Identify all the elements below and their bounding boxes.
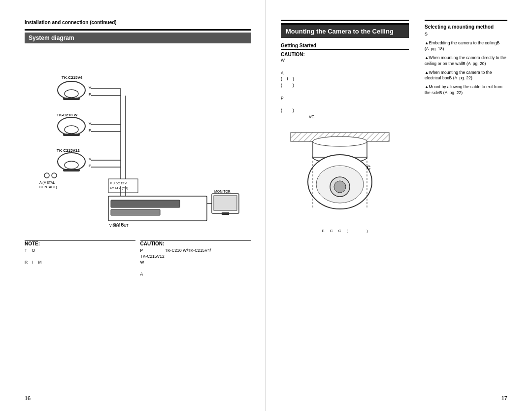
svg-rect-29 — [108, 179, 138, 193]
contact1 — [44, 173, 49, 178]
caution-title: CAUTION: — [140, 241, 251, 246]
right-right-col: Selecting a mounting method S ▲Embedding… — [419, 20, 507, 233]
svg-rect-22 — [111, 200, 180, 207]
caution-content: P TK-C210 W/TK-C215V4/ TK-C215V12 W A — [140, 248, 251, 277]
caution-section: CAUTION: W A ( I ) ( ) P ( ) VC — [281, 49, 409, 120]
right-section-title: Mounting the Camera to the Ceiling — [281, 23, 409, 38]
svg-text:C: C — [367, 165, 370, 171]
svg-text:TK-C210 W: TK-C210 W — [57, 113, 78, 117]
svg-text:CONTACT): CONTACT) — [39, 185, 57, 189]
method-1: ▲Embedding the camera to the ceilingB(A … — [425, 40, 507, 52]
left-page-header: Installation and connection (continued) — [25, 20, 251, 25]
method-3: ▲When mounting the camera to theelectric… — [425, 70, 507, 82]
svg-point-40 — [313, 137, 367, 146]
method-4: ▲Mount by allowing the cable to exit fro… — [425, 84, 507, 96]
right-caution-text: W A ( I ) ( ) P ( ) VC — [281, 57, 409, 120]
system-diagram: TK-C215V4 V P TK-C210 W V P TK-C215V12 — [25, 48, 251, 236]
right-left-col: Mounting the Camera to the Ceiling Getti… — [281, 20, 409, 233]
selecting-title: Selecting a mounting method — [425, 24, 507, 30]
page-number-left: 16 — [25, 395, 31, 401]
caution-box: CAUTION: P TK-C210 W/TK-C215V4/ TK-C215V… — [140, 240, 251, 277]
cam1-model: TK-C215V4 — [62, 75, 83, 80]
svg-rect-25 — [222, 212, 229, 215]
left-page: Installation and connection (continued) … — [0, 0, 266, 411]
cam1-lens — [65, 90, 78, 98]
cam1-base — [63, 98, 80, 100]
svg-rect-24 — [214, 196, 237, 210]
cam2-base — [63, 134, 80, 136]
svg-text:P: P — [89, 92, 91, 97]
svg-text:MONITOR: MONITOR — [214, 190, 231, 193]
svg-text:P: P — [89, 128, 91, 133]
note-title: NOTE: — [25, 241, 135, 246]
contact2 — [52, 173, 57, 178]
method-2: ▲When mounting the camera directly to th… — [425, 55, 507, 67]
note-content: T O R I M — [25, 248, 135, 266]
svg-text:A            (METAL: A (METAL — [39, 181, 55, 185]
note-box: NOTE: T O R I M — [25, 240, 135, 277]
selecting-sub: S — [425, 32, 507, 36]
diagram-caption: E C C ( ) — [281, 229, 409, 233]
cam2-lens — [65, 126, 78, 134]
ceiling-svg: C — [281, 125, 409, 224]
cam3-base — [63, 169, 80, 171]
page-number-right: 17 — [501, 395, 507, 401]
right-page: Mounting the Camera to the Ceiling Getti… — [266, 0, 532, 411]
left-section-title: System diagram — [25, 33, 251, 43]
svg-rect-23 — [111, 209, 160, 215]
svg-text:D    V    R: D V R — [113, 222, 124, 227]
getting-started: Getting Started — [281, 43, 409, 48]
diagram-svg: TK-C215V4 V P TK-C210 W V P TK-C215V12 — [25, 48, 251, 236]
svg-text:P: P — [89, 164, 91, 168]
right-content: Mounting the Camera to the Ceiling Getti… — [281, 20, 507, 233]
svg-point-44 — [334, 181, 346, 193]
svg-text:P    U   DC 12 V: P U DC 12 V — [110, 182, 127, 185]
cam3-lens — [65, 161, 78, 169]
svg-text:TK-C215V12: TK-C215V12 — [57, 148, 80, 153]
bottom-notes: NOTE: T O R I M CAUTION: P TK-C210 W/TK-… — [25, 240, 251, 277]
right-caution-title: CAUTION: — [281, 52, 409, 57]
ceiling-diagram: C — [281, 125, 409, 224]
